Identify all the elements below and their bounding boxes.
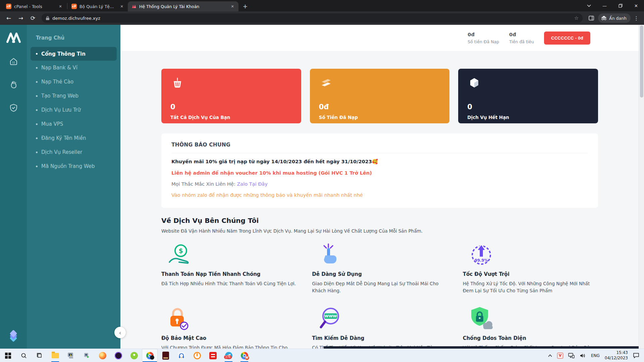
home-icon[interactable] bbox=[9, 57, 18, 66]
scrollbar-thumb[interactable] bbox=[640, 25, 643, 98]
stat-value: 0đ bbox=[509, 32, 534, 37]
feature-title: Tìm Kiếm Dễ Dàng bbox=[312, 335, 447, 341]
feature-easy-use: Dễ Dàng Sử Dụng Giao Diện Đẹp Mắt Dễ Dùn… bbox=[312, 238, 447, 294]
new-tab-button[interactable]: + bbox=[240, 1, 250, 11]
click-hand-icon bbox=[317, 242, 341, 267]
layers-icon[interactable] bbox=[7, 330, 20, 343]
file-explorer-icon[interactable] bbox=[47, 349, 63, 362]
taskbar-search-icon[interactable] bbox=[16, 349, 32, 362]
coccoc-icon[interactable] bbox=[126, 349, 142, 362]
lock-icon bbox=[46, 16, 50, 20]
sidebar-item-nap-the-cao[interactable]: Nạp Thẻ Cào bbox=[27, 75, 120, 89]
cube-icon bbox=[467, 76, 481, 90]
sidebar-item-label: Dịch Vụ Reseller bbox=[41, 149, 83, 155]
svg-text:99.9%: 99.9% bbox=[475, 258, 488, 263]
chrome-icon[interactable] bbox=[142, 349, 158, 362]
card-value: 0 bbox=[170, 103, 292, 111]
fast-payment-icon: $ bbox=[167, 242, 192, 267]
stat-value: 0đ bbox=[468, 32, 499, 37]
ultraviewer-tray-icon[interactable]: V bbox=[557, 353, 563, 359]
telegram-badge: 376 bbox=[224, 355, 231, 359]
cpanel-favicon-icon: cP bbox=[6, 4, 11, 9]
ftp-app-icon[interactable] bbox=[79, 349, 95, 362]
media-app-icon[interactable] bbox=[205, 349, 221, 362]
tab-file-manager[interactable]: cP Bộ Quản Lý Tệp cPanel v3 ✕ bbox=[68, 1, 128, 11]
sidebar-item-tao-trang-web[interactable]: Tạo Trang Web bbox=[27, 89, 120, 103]
zalo-link[interactable]: Zalo Tại Đây bbox=[237, 181, 267, 187]
tab-close-icon[interactable]: ✕ bbox=[119, 4, 124, 9]
stat-label: Số tiền Đã Nạp bbox=[468, 39, 499, 44]
voucher-line: Liên hệ admin để nhận voucher 10% khi mu… bbox=[171, 170, 588, 176]
sidebar-collapse-button[interactable]: ‹ bbox=[114, 327, 126, 338]
sidebar-item-dang-ky-ten-mien[interactable]: Đăng Ký Tên Miền bbox=[27, 131, 120, 145]
sidebar-item-dich-vu-reseller[interactable]: Dịch Vụ Reseller bbox=[27, 145, 120, 159]
tab-cpanel-tools[interactable]: cP cPanel - Tools ✕ bbox=[3, 1, 66, 11]
tab-search-chevron-icon[interactable] bbox=[581, 0, 597, 11]
incognito-badge[interactable]: Ẩn danh bbox=[598, 13, 631, 23]
close-button[interactable]: ✕ bbox=[628, 0, 644, 11]
terminal-app-icon[interactable] bbox=[63, 349, 79, 362]
card-value: 0 bbox=[467, 103, 589, 111]
start-button[interactable] bbox=[0, 349, 16, 362]
account-balance-button[interactable]: CCCCCCC - 0đ bbox=[544, 32, 590, 45]
feature-desc: Với Chương Trình Được Mã Hóa Đảm Bảo Thô… bbox=[161, 344, 297, 349]
nox-icon[interactable] bbox=[110, 349, 126, 362]
feature-search: WWW Tìm Kiếm Dễ Dàng Có Thể Tìm Hiểu Và … bbox=[312, 302, 447, 349]
summary-cards: 0 Tất Cả Dịch Vụ Của Bạn 0đ Số Tiền Đã N… bbox=[161, 69, 598, 123]
bookmark-star-icon[interactable]: ☆ bbox=[574, 15, 579, 21]
address-bar[interactable]: demoz.dichvufree.xyz ☆ bbox=[42, 13, 583, 23]
minimize-button[interactable]: — bbox=[597, 0, 612, 11]
feature-title: Độ Bảo Mật Cao bbox=[161, 335, 297, 341]
side-panel-icon[interactable] bbox=[586, 13, 597, 23]
stat-spent: 0đ Tiền đã tiêu bbox=[509, 32, 534, 44]
restore-button[interactable] bbox=[612, 0, 628, 11]
telegram-icon[interactable]: 376 bbox=[221, 349, 236, 362]
announcement-title: THÔNG BÁO CHUNG bbox=[171, 142, 588, 148]
page-scrollbar[interactable] bbox=[639, 25, 644, 349]
sidebar-item-label: Dịch Vụ Lưu Trữ bbox=[41, 107, 81, 113]
feature-desc: Hệ Thống Xử Lý Tốc Độ. Với Những Công Ng… bbox=[463, 280, 598, 294]
browser-menu-icon[interactable]: ⋮ bbox=[632, 15, 641, 21]
sidebar-item-dich-vu-luu-tru[interactable]: Dịch Vụ Lưu Trữ bbox=[27, 103, 120, 117]
contact-line: Mọi Thắc Mắc Xin Liên Hệ: Zalo Tại Đây bbox=[171, 181, 588, 187]
sidebar-item-cong-thong-tin[interactable]: Cổng Thông Tin bbox=[31, 47, 117, 61]
forward-button[interactable]: → bbox=[15, 13, 26, 23]
tab-account-system[interactable]: Hệ Thống Quản Lý Tài Khoản ✕ bbox=[128, 1, 238, 11]
promo-line: Khuyến mãi 10% giá trị nạp từ ngày 14/10… bbox=[171, 159, 588, 165]
tab-separator bbox=[67, 3, 67, 9]
section-title: Về Dịch Vụ Bên Chúng Tôi bbox=[161, 217, 598, 225]
hand-wave-icon[interactable] bbox=[9, 80, 18, 89]
sidebar-item-label: Nạp Thẻ Cào bbox=[41, 79, 73, 85]
firefox-icon[interactable] bbox=[95, 349, 110, 362]
action-center-icon[interactable] bbox=[633, 353, 639, 358]
chrome-profile-icon[interactable]: W bbox=[236, 349, 252, 362]
volume-icon[interactable] bbox=[580, 353, 586, 358]
tab-close-icon[interactable]: ✕ bbox=[58, 4, 63, 9]
sidebar-icon-rail bbox=[0, 25, 27, 349]
tray-expand-icon[interactable] bbox=[548, 354, 552, 357]
tab-close-icon[interactable]: ✕ bbox=[230, 4, 235, 9]
sidebar-item-ma-nguon-trang-web[interactable]: Mã Nguồn Trang Web bbox=[27, 159, 120, 173]
openvpn-icon[interactable] bbox=[189, 349, 205, 362]
card-label: Tất Cả Dịch Vụ Của Bạn bbox=[170, 115, 292, 120]
game-app-icon[interactable] bbox=[158, 349, 173, 362]
svg-text:$: $ bbox=[178, 247, 183, 254]
reload-button[interactable]: ⟳ bbox=[28, 13, 38, 23]
network-icon[interactable] bbox=[568, 353, 575, 358]
back-button[interactable]: ← bbox=[3, 13, 14, 23]
audio-app-icon[interactable] bbox=[173, 349, 189, 362]
contact-prefix: Mọi Thắc Mắc Xin Liên Hệ: bbox=[171, 181, 237, 187]
sidebar-menu: Trang Chủ Cổng Thông Tin Nạp Bank & Ví N… bbox=[27, 25, 120, 349]
sidebar-item-label: Tạo Trang Web bbox=[41, 93, 78, 99]
feature-speed: 99.9% Tốc Độ Vượt Trội Hệ Thống Xử Lý Tố… bbox=[463, 238, 598, 294]
sidebar-item-mua-vps[interactable]: Mua VPS bbox=[27, 117, 120, 131]
task-view-icon[interactable] bbox=[32, 349, 47, 362]
taskbar-clock[interactable]: 15:43 04/12/2023 bbox=[605, 350, 628, 361]
divider bbox=[171, 153, 588, 153]
feature-security: Độ Bảo Mật Cao Với Chương Trình Được Mã … bbox=[161, 302, 297, 349]
language-indicator[interactable]: ENG bbox=[591, 353, 600, 358]
svg-text:WWW: WWW bbox=[325, 314, 337, 318]
shield-check-icon[interactable] bbox=[9, 103, 18, 112]
tray-date: 04/12/2023 bbox=[605, 356, 628, 361]
sidebar-item-nap-bank-vi[interactable]: Nạp Bank & Ví bbox=[27, 61, 120, 75]
